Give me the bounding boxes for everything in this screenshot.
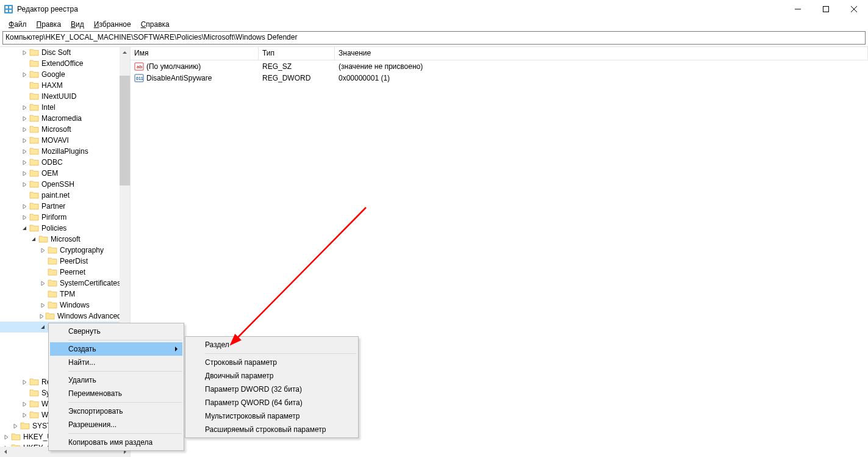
chevron-down-icon[interactable] bbox=[39, 325, 47, 330]
chevron-right-icon[interactable] bbox=[12, 423, 20, 429]
menu-item-label: Расширяемый строковый параметр bbox=[205, 425, 326, 434]
tree-item[interactable]: Windows Advanced Threat Protection bbox=[0, 311, 130, 322]
menu-separator bbox=[68, 371, 182, 372]
tree-item[interactable]: Disc Soft bbox=[0, 47, 130, 58]
menu-item[interactable]: Переименовать bbox=[50, 387, 182, 400]
minimize-button[interactable] bbox=[784, 0, 812, 18]
folder-icon bbox=[29, 48, 39, 57]
menu-file[interactable]: Файл bbox=[4, 19, 32, 30]
menu-item[interactable]: Создать bbox=[50, 342, 182, 356]
svg-rect-2 bbox=[9, 6, 12, 9]
chevron-right-icon[interactable] bbox=[39, 281, 47, 286]
tree-item[interactable]: TPM bbox=[0, 289, 130, 300]
tree-item[interactable]: MozillaPlugins bbox=[0, 146, 130, 157]
chevron-right-icon[interactable] bbox=[2, 445, 10, 447]
folder-icon bbox=[29, 135, 39, 145]
chevron-down-icon[interactable] bbox=[30, 237, 38, 242]
chevron-right-icon[interactable] bbox=[21, 171, 29, 176]
chevron-right-icon[interactable] bbox=[21, 401, 29, 407]
scroll-up-button[interactable] bbox=[120, 47, 130, 57]
maximize-button[interactable] bbox=[812, 0, 840, 18]
chevron-right-icon[interactable] bbox=[21, 412, 29, 418]
scroll-thumb[interactable] bbox=[120, 76, 130, 185]
menu-item[interactable]: Параметр QWORD (64 бита) bbox=[187, 396, 357, 409]
tree-item[interactable]: Windows bbox=[0, 300, 130, 311]
svg-marker-11 bbox=[4, 450, 7, 454]
tree-item[interactable]: Piriform bbox=[0, 212, 130, 223]
list-row[interactable]: ab(По умолчанию)REG_SZ(значение не присв… bbox=[131, 60, 868, 72]
tree-item[interactable]: HAXM bbox=[0, 80, 130, 91]
menu-item[interactable]: Найти... bbox=[50, 356, 182, 369]
chevron-right-icon[interactable] bbox=[21, 215, 29, 220]
menu-view[interactable]: Вид bbox=[66, 19, 89, 30]
tree-item[interactable]: Google bbox=[0, 69, 130, 80]
chevron-down-icon[interactable] bbox=[21, 226, 29, 231]
chevron-right-icon[interactable] bbox=[21, 50, 29, 56]
tree-item[interactable]: Cryptography bbox=[0, 245, 130, 256]
tree-item[interactable]: MOVAVI bbox=[0, 135, 130, 146]
tree-item[interactable]: OEM bbox=[0, 168, 130, 179]
folder-icon bbox=[45, 311, 55, 321]
tree-item[interactable]: Peernet bbox=[0, 267, 130, 278]
menu-edit[interactable]: Правка bbox=[32, 19, 66, 30]
menu-item[interactable]: Двоичный параметр bbox=[187, 369, 357, 383]
tree-item-label: SystemCertificates bbox=[60, 279, 121, 287]
chevron-right-icon[interactable] bbox=[39, 314, 45, 319]
tree-item[interactable]: ExtendOffice bbox=[0, 58, 130, 69]
chevron-right-icon[interactable] bbox=[21, 204, 29, 209]
menu-item[interactable]: Экспортировать bbox=[50, 405, 182, 418]
folder-icon bbox=[48, 256, 57, 266]
chevron-right-icon[interactable] bbox=[21, 380, 29, 385]
menu-item[interactable]: Удалить bbox=[50, 373, 182, 387]
address-bar[interactable]: Компьютер\HKEY_LOCAL_MACHINE\SOFTWARE\Po… bbox=[2, 31, 866, 45]
tree-item[interactable]: PeerDist bbox=[0, 256, 130, 267]
chevron-right-icon[interactable] bbox=[21, 116, 29, 121]
menu-item[interactable]: Разрешения... bbox=[50, 418, 182, 431]
chevron-right-icon[interactable] bbox=[21, 149, 29, 154]
menu-item[interactable]: Мультистроковый параметр bbox=[187, 409, 357, 423]
tree-item[interactable]: Policies bbox=[0, 223, 130, 234]
tree-item-label: TPM bbox=[60, 290, 75, 298]
chevron-right-icon[interactable] bbox=[21, 138, 29, 143]
svg-marker-17 bbox=[175, 347, 178, 351]
menu-item-label: Копировать имя раздела bbox=[68, 438, 152, 447]
tree-item[interactable]: INextUUID bbox=[0, 91, 130, 102]
tree-item[interactable]: Microsoft bbox=[0, 234, 130, 245]
tree-item[interactable]: Partner bbox=[0, 201, 130, 212]
tree-item[interactable]: SystemCertificates bbox=[0, 278, 130, 289]
chevron-right-icon[interactable] bbox=[39, 303, 47, 308]
tree-item[interactable]: ODBC bbox=[0, 157, 130, 168]
menu-item[interactable]: Раздел bbox=[187, 338, 357, 351]
column-name[interactable]: Имя bbox=[131, 47, 259, 60]
tree-item[interactable]: Microsoft bbox=[0, 124, 130, 135]
chevron-right-icon[interactable] bbox=[21, 127, 29, 132]
column-type[interactable]: Тип bbox=[259, 47, 335, 60]
column-value[interactable]: Значение bbox=[335, 47, 868, 60]
menu-favorites[interactable]: Избранное bbox=[89, 19, 136, 30]
menu-item[interactable]: Свернуть bbox=[50, 325, 182, 338]
chevron-right-icon[interactable] bbox=[21, 160, 29, 165]
tree-item[interactable]: Macromedia bbox=[0, 113, 130, 124]
chevron-right-icon[interactable] bbox=[21, 182, 29, 187]
tree-item[interactable]: paint.net bbox=[0, 190, 130, 201]
menu-separator bbox=[68, 340, 182, 340]
menu-item[interactable]: Строковый параметр bbox=[187, 356, 357, 369]
chevron-right-icon[interactable] bbox=[39, 248, 47, 253]
menu-help[interactable]: Справка bbox=[136, 19, 174, 30]
menu-item[interactable]: Расширяемый строковый параметр bbox=[187, 423, 357, 436]
chevron-right-icon[interactable] bbox=[21, 105, 29, 110]
chevron-right-icon[interactable] bbox=[21, 72, 29, 77]
menu-item[interactable]: Копировать имя раздела bbox=[50, 436, 182, 449]
list-row[interactable]: 011DisableAntiSpywareREG_DWORD0x00000001… bbox=[131, 72, 868, 84]
menu-item-label: Создать bbox=[68, 345, 96, 353]
scroll-left-button[interactable] bbox=[0, 447, 10, 457]
close-button[interactable] bbox=[840, 0, 868, 18]
tree-item-label: ExtendOffice bbox=[41, 59, 83, 68]
tree-item[interactable]: Intel bbox=[0, 102, 130, 113]
menu-item[interactable]: Параметр DWORD (32 бита) bbox=[187, 383, 357, 396]
tree-item[interactable]: OpenSSH bbox=[0, 179, 130, 190]
folder-icon bbox=[29, 223, 39, 233]
svg-rect-4 bbox=[9, 10, 12, 12]
tree-item-label: Disc Soft bbox=[41, 48, 71, 57]
chevron-right-icon[interactable] bbox=[2, 434, 10, 440]
